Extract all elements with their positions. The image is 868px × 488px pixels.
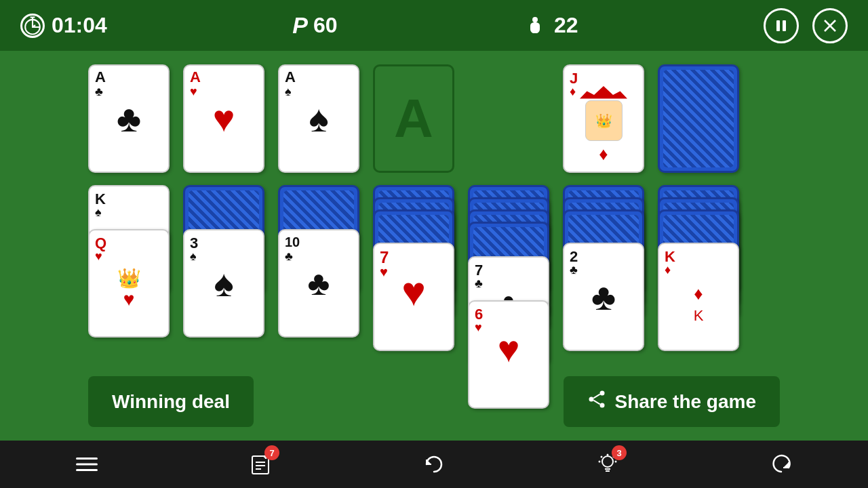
svg-point-29 bbox=[601, 456, 603, 458]
svg-rect-7 bbox=[776, 20, 780, 31]
col-76[interactable]: 7 ♣ ♣ 6 ♥ ♥ bbox=[468, 185, 549, 388]
svg-point-28 bbox=[599, 461, 601, 463]
svg-rect-8 bbox=[783, 20, 786, 31]
points-icon: P bbox=[292, 12, 308, 39]
svg-point-30 bbox=[607, 454, 609, 456]
menu-button[interactable] bbox=[66, 444, 107, 485]
svg-line-15 bbox=[594, 401, 600, 405]
svg-rect-17 bbox=[76, 464, 98, 466]
card-ace-spades[interactable]: A ♠ ♠ bbox=[278, 64, 359, 173]
hint-button[interactable]: 3 bbox=[587, 444, 628, 485]
bottom-buttons: Winning deal Share the game bbox=[0, 376, 868, 427]
empty-slot bbox=[468, 64, 549, 173]
svg-point-32 bbox=[615, 461, 617, 463]
card-ace-clubs[interactable]: A ♣ ♣ bbox=[88, 64, 170, 173]
card-back-top-right[interactable] bbox=[658, 64, 739, 173]
card-jack-diamonds[interactable]: J ♦ 👑 ♦ bbox=[563, 64, 644, 173]
tasks-button[interactable]: 7 bbox=[240, 444, 281, 485]
svg-point-25 bbox=[602, 456, 613, 467]
card-ace-hearts[interactable]: A ♥ ♥ bbox=[183, 64, 264, 173]
svg-point-13 bbox=[600, 403, 605, 408]
svg-rect-18 bbox=[76, 469, 98, 471]
col-3spades[interactable]: 3 ♠ ♠ bbox=[183, 185, 264, 341]
svg-line-14 bbox=[594, 394, 600, 399]
hand-icon bbox=[523, 14, 547, 38]
tasks-badge: 7 bbox=[264, 445, 279, 460]
svg-point-0 bbox=[25, 19, 40, 34]
card-3-spades[interactable]: 3 ♠ ♠ bbox=[183, 229, 264, 338]
hint-badge: 3 bbox=[612, 445, 627, 460]
col-7hearts[interactable]: 7 ♥ ♥ bbox=[373, 185, 454, 354]
top-bar: 01:04 P 60 22 bbox=[0, 0, 868, 51]
svg-point-11 bbox=[600, 391, 605, 396]
card-7-hearts[interactable]: 7 ♥ ♥ bbox=[373, 243, 454, 351]
share-game-label: Share the game bbox=[614, 391, 756, 413]
timer-display: 01:04 bbox=[52, 13, 107, 38]
refresh-button[interactable] bbox=[414, 444, 454, 485]
svg-rect-16 bbox=[76, 458, 98, 460]
col-kdiamonds[interactable]: K ♦ ♦K bbox=[658, 185, 739, 354]
hand-count: 22 bbox=[554, 13, 578, 38]
pause-button[interactable] bbox=[764, 8, 799, 43]
card-2-clubs[interactable]: 2 ♣ ♣ bbox=[563, 243, 644, 351]
share-game-button[interactable]: Share the game bbox=[564, 376, 780, 427]
card-10-clubs[interactable]: 10 ♣ ♣ bbox=[278, 229, 359, 338]
svg-rect-6 bbox=[534, 18, 536, 28]
col-kq[interactable]: K ♠ ♠K Q ♥ 👑♥ bbox=[88, 185, 170, 341]
stopwatch-icon bbox=[20, 14, 45, 38]
card-king-diamonds[interactable]: K ♦ ♦K bbox=[658, 243, 739, 351]
card-slot-a[interactable]: A bbox=[373, 64, 454, 173]
share-icon bbox=[587, 390, 606, 413]
game-area: A ♣ ♣ A ♥ ♥ A ♠ ♠ A J ♦ bbox=[0, 51, 868, 441]
points-display: 60 bbox=[313, 13, 338, 38]
col-2clubs[interactable]: 2 ♣ ♣ bbox=[563, 185, 644, 354]
bottom-nav-bar: 7 3 bbox=[0, 441, 868, 488]
card-queen-hearts[interactable]: Q ♥ 👑♥ bbox=[88, 229, 170, 338]
close-button[interactable] bbox=[812, 8, 848, 43]
col-10clubs[interactable]: 10 ♣ ♣ bbox=[278, 185, 359, 341]
slot-letter: A bbox=[394, 87, 433, 150]
svg-point-12 bbox=[589, 397, 594, 402]
svg-line-4 bbox=[33, 25, 35, 27]
winning-deal-button[interactable]: Winning deal bbox=[88, 376, 254, 427]
undo-button[interactable] bbox=[761, 444, 802, 485]
winning-deal-label: Winning deal bbox=[112, 391, 230, 413]
